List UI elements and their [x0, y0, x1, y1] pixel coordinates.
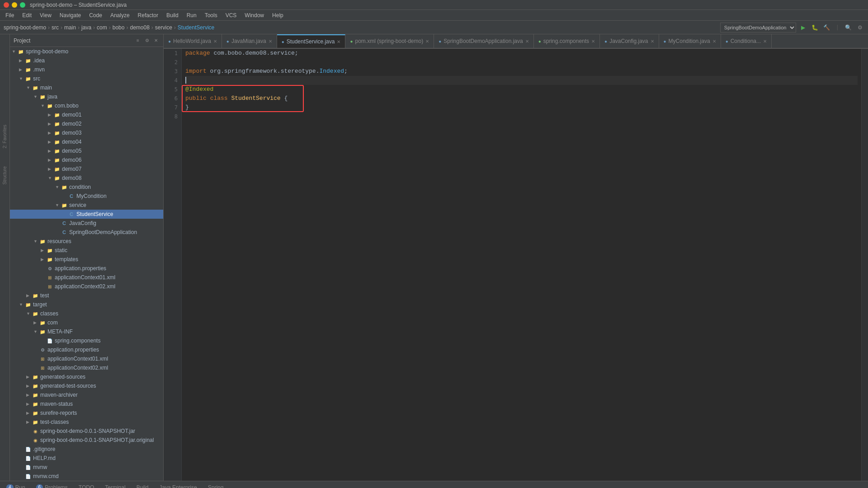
- breadcrumb-part-7[interactable]: service: [155, 24, 172, 31]
- editor-tab[interactable]: ●HelloWorld.java✕: [164, 34, 222, 48]
- code-line[interactable]: @Indexed: [185, 85, 858, 94]
- breadcrumb-part-1[interactable]: src: [52, 24, 59, 31]
- tree-item[interactable]: ▶📁demo04: [10, 137, 163, 146]
- tree-item[interactable]: ⚙application.properties: [10, 345, 163, 354]
- tab-close-icon[interactable]: ✕: [712, 39, 716, 44]
- settings-icon[interactable]: ⚙: [143, 37, 151, 44]
- tree-item[interactable]: ▼📁condition: [10, 183, 163, 192]
- tab-close-icon[interactable]: ✕: [269, 39, 272, 44]
- menu-edit[interactable]: Edit: [19, 11, 35, 19]
- breadcrumb-part-6[interactable]: demo08: [130, 24, 149, 31]
- tab-close-icon[interactable]: ✕: [337, 39, 340, 44]
- editor-tab[interactable]: ●SpringBootDemoApplication.java✕: [434, 34, 533, 48]
- debug-button[interactable]: 🐛: [811, 23, 820, 32]
- menu-vcs[interactable]: VCS: [222, 11, 241, 19]
- bottom-tab[interactable]: 4Run: [2, 482, 30, 488]
- tree-item[interactable]: CMyCondition: [10, 192, 163, 201]
- menu-navigate[interactable]: Navigate: [56, 11, 85, 19]
- tab-close-icon[interactable]: ✕: [651, 39, 654, 44]
- tree-item[interactable]: ⊞applicationContext01.xml: [10, 354, 163, 363]
- close-button[interactable]: [4, 2, 9, 8]
- bottom-tab[interactable]: Spring: [203, 482, 228, 488]
- menu-analyze[interactable]: Analyze: [107, 11, 133, 19]
- tree-item[interactable]: ▼📁classes: [10, 309, 163, 318]
- close-panel-icon[interactable]: ✕: [152, 37, 160, 44]
- tree-item[interactable]: ▼📁demo08: [10, 174, 163, 183]
- editor-tab[interactable]: ●JavaConfig.java✕: [600, 34, 659, 48]
- code-line[interactable]: package com.bobo.demo08.service;: [185, 49, 858, 58]
- tree-item[interactable]: ▶📁templates: [10, 255, 163, 264]
- tree-item[interactable]: ▶📁generated-test-sources: [10, 381, 163, 390]
- tree-item[interactable]: ▶📁demo06: [10, 155, 163, 164]
- tree-item[interactable]: 📄.gitignore: [10, 445, 163, 454]
- run-button[interactable]: ▶: [799, 23, 808, 32]
- tree-item[interactable]: ▼📁src: [10, 74, 163, 83]
- code-line[interactable]: [185, 58, 858, 67]
- tree-item[interactable]: CJavaConfig: [10, 219, 163, 228]
- code-line[interactable]: [185, 112, 858, 121]
- tree-item[interactable]: ▶📁static: [10, 246, 163, 255]
- tree-item[interactable]: 📄mvnw.cmd: [10, 472, 163, 481]
- breadcrumb-part-5[interactable]: bobo: [113, 24, 125, 31]
- code-area[interactable]: package com.bobo.demo08.service; import …: [182, 49, 861, 481]
- tree-item[interactable]: ⊞applicationContext02.xml: [10, 282, 163, 291]
- editor-tab[interactable]: ●Conditiona...✕: [721, 34, 772, 48]
- tab-close-icon[interactable]: ✕: [525, 39, 529, 44]
- menu-tools[interactable]: Tools: [201, 11, 221, 19]
- tree-item[interactable]: ▶📁demo07: [10, 164, 163, 174]
- menu-refactor[interactable]: Refactor: [134, 11, 162, 19]
- breadcrumb-part-8[interactable]: StudentService: [178, 24, 214, 31]
- breadcrumb-part-0[interactable]: spring-boot-demo: [4, 24, 46, 31]
- tree-item[interactable]: ▶📁generated-sources: [10, 372, 163, 381]
- collapse-all-icon[interactable]: ≡: [134, 37, 142, 44]
- bottom-tab[interactable]: Java Enterprise: [155, 482, 201, 488]
- code-line[interactable]: import org.springframework.stereotype.In…: [185, 67, 858, 76]
- tab-close-icon[interactable]: ✕: [213, 39, 217, 44]
- editor-tab[interactable]: ●MyCondition.java✕: [659, 34, 721, 48]
- tree-item[interactable]: ▼📁main: [10, 83, 163, 92]
- menu-run[interactable]: Run: [183, 11, 200, 19]
- tree-item[interactable]: ▼📁resources: [10, 237, 163, 246]
- editor-tab[interactable]: ●JavaMian.java✕: [222, 34, 277, 48]
- tree-item[interactable]: ▶📁.mvn: [10, 65, 163, 74]
- minimize-button[interactable]: [12, 2, 17, 8]
- tab-close-icon[interactable]: ✕: [591, 39, 595, 44]
- run-config-select[interactable]: SpringBootDemoApplication: [720, 23, 796, 33]
- bottom-tab[interactable]: 6Problems: [32, 482, 72, 488]
- tree-item[interactable]: ▼📁spring-boot-demo: [10, 47, 163, 56]
- tree-item[interactable]: ▼📁META-INF: [10, 327, 163, 336]
- tree-item[interactable]: ▶📁surefire-reports: [10, 408, 163, 418]
- file-tree[interactable]: ▼📁spring-boot-demo▶📁.idea▶📁.mvn▼📁src▼📁ma…: [10, 47, 163, 481]
- menu-help[interactable]: Help: [269, 11, 287, 19]
- tree-item[interactable]: ▼📁com.bobo: [10, 101, 163, 110]
- tree-item[interactable]: CSpringBootDemoApplication: [10, 228, 163, 237]
- tree-item[interactable]: ⚙application.properties: [10, 264, 163, 273]
- tab-close-icon[interactable]: ✕: [763, 39, 767, 44]
- editor-tab[interactable]: ●StudentService.java✕: [277, 34, 346, 48]
- breadcrumb-part-3[interactable]: java: [81, 24, 91, 31]
- tree-item[interactable]: ▶📁com: [10, 318, 163, 327]
- tree-item[interactable]: CStudentService: [10, 210, 163, 219]
- tree-item[interactable]: 📄spring.components: [10, 336, 163, 345]
- menu-file[interactable]: File: [2, 11, 18, 19]
- tree-item[interactable]: ▼📁java: [10, 92, 163, 101]
- tree-item[interactable]: ▼📁service: [10, 201, 163, 210]
- structure-label[interactable]: Structure: [2, 166, 7, 185]
- tree-item[interactable]: ▶📁.idea: [10, 56, 163, 65]
- tree-item[interactable]: ▶📁test-classes: [10, 418, 163, 427]
- tree-item[interactable]: ▶📁demo05: [10, 146, 163, 155]
- tree-item[interactable]: ▶📁demo03: [10, 128, 163, 137]
- code-line[interactable]: [185, 76, 858, 85]
- menu-build[interactable]: Build: [163, 11, 182, 19]
- breadcrumb-part-2[interactable]: main: [64, 24, 76, 31]
- tree-item[interactable]: ▶📁maven-archiver: [10, 390, 163, 399]
- maximize-button[interactable]: [20, 2, 25, 8]
- tree-item[interactable]: ▼📁target: [10, 300, 163, 309]
- menu-code[interactable]: Code: [85, 11, 106, 19]
- menu-window[interactable]: Window: [241, 11, 268, 19]
- tree-item[interactable]: ▶📁maven-status: [10, 399, 163, 408]
- code-line[interactable]: public class StudentService {: [185, 94, 858, 103]
- tab-close-icon[interactable]: ✕: [425, 39, 429, 44]
- tree-item[interactable]: ⊞applicationContext01.xml: [10, 273, 163, 282]
- editor-tab[interactable]: ●pom.xml (spring-boot-demo)✕: [345, 34, 434, 48]
